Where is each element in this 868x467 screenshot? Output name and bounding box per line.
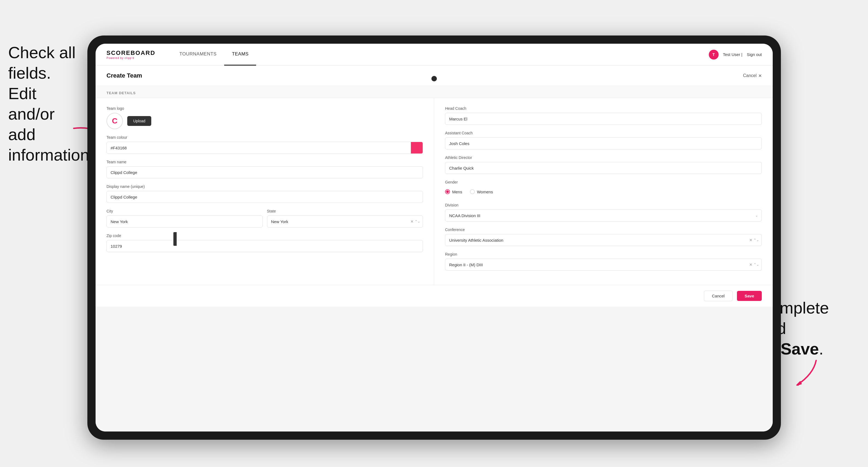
user-avatar: T [709,50,719,60]
nav-links: TOURNAMENTS TEAMS [172,44,709,66]
form-title: Create Team [106,72,142,79]
state-select-wrap: New York ✕ ⌃⌄ [267,216,423,227]
conference-select[interactable]: University Athletic Association [445,234,762,246]
gender-womens-radio[interactable] [470,189,475,194]
display-name-label: Display name (unique) [106,184,423,189]
division-field: Division NCAA Division III ⌄ [445,203,762,221]
nav-teams[interactable]: TEAMS [224,44,256,66]
city-field-group: City [106,209,263,227]
gender-mens-option[interactable]: Mens [445,189,462,194]
team-colour-input[interactable] [106,142,411,154]
team-name-input[interactable] [106,166,423,178]
head-coach-field: Head Coach [445,106,762,125]
region-select[interactable]: Region II - (M) DIII [445,259,762,271]
tablet-camera [431,76,437,82]
form-footer: Cancel Save [96,285,773,307]
athletic-director-field: Athletic Director [445,155,762,174]
gender-womens-option[interactable]: Womens [470,189,493,194]
save-button[interactable]: Save [737,291,762,301]
city-state-row: City State New York [106,209,423,227]
color-field-wrap [106,142,423,154]
conference-field: Conference University Athletic Associati… [445,227,762,246]
city-label: City [106,209,263,213]
region-field: Region Region II - (M) DIII ✕ ⌃⌄ [445,252,762,271]
main-content: Create Team Cancel ✕ TEAM DETAILS Team l… [96,66,773,432]
team-logo-field: Team logo C Upload [106,106,423,129]
division-select[interactable]: NCAA Division III [445,210,762,221]
assistant-coach-label: Assistant Coach [445,131,762,135]
sign-out-link[interactable]: Sign out [747,52,762,57]
annotation-left: Check all fields. Edit and/or add inform… [8,42,79,165]
tablet-frame: SCOREBOARD Powered by clipp'd TOURNAMENT… [87,35,781,440]
state-label: State [267,209,423,213]
division-label: Division [445,203,762,207]
assistant-coach-input[interactable] [445,137,762,149]
upload-button[interactable]: Upload [127,116,151,126]
nav-user-text: Test User | [723,52,742,57]
annotation-left-line1: Check all fields. [8,43,75,82]
logo-area: SCOREBOARD Powered by clipp'd [106,50,155,60]
app-logo-sub: Powered by clipp'd [106,57,155,60]
arrow-right-icon [775,358,819,392]
annotation-left-line2: Edit and/or add [8,84,55,144]
gender-womens-label: Womens [477,190,493,194]
gender-mens-label: Mens [452,190,462,194]
city-state-field: City State New York [106,209,423,227]
state-field-group: State New York ✕ ⌃⌄ [267,209,423,227]
zip-input[interactable] [106,240,423,252]
section-label: TEAM DETAILS [96,86,773,98]
gender-label: Gender [445,180,762,184]
athletic-director-input[interactable] [445,162,762,174]
gender-mens-radio[interactable] [445,189,450,194]
form-right-column: Head Coach Assistant Coach Athletic Dire… [434,98,773,285]
display-name-input[interactable] [106,191,423,203]
head-coach-label: Head Coach [445,106,762,111]
team-colour-label: Team colour [106,135,423,139]
zip-code-field: Zip code [106,234,423,252]
assistant-coach-field: Assistant Coach [445,131,762,149]
team-name-label: Team name [106,160,423,164]
form-cancel-header[interactable]: Cancel ✕ [743,73,762,79]
region-label: Region [445,252,762,256]
tablet-screen: SCOREBOARD Powered by clipp'd TOURNAMENT… [96,44,773,432]
region-select-wrap: Region II - (M) DIII ✕ ⌃⌄ [445,259,762,271]
state-select[interactable]: New York [267,216,423,227]
nav-tournaments[interactable]: TOURNAMENTS [172,44,224,66]
zip-label: Zip code [106,234,423,238]
cancel-button[interactable]: Cancel [704,290,733,301]
athletic-director-label: Athletic Director [445,155,762,160]
team-logo-label: Team logo [106,106,423,111]
annotation-left-line3: information. [8,146,94,164]
conference-select-wrap: University Athletic Association ✕ ⌃⌄ [445,234,762,246]
team-name-field: Team name [106,160,423,178]
city-input[interactable] [106,216,263,227]
logo-upload-area: C Upload [106,113,423,129]
gender-field: Gender Mens Womens [445,180,762,197]
tablet-side-button [174,232,177,246]
navbar: SCOREBOARD Powered by clipp'd TOURNAMENT… [96,44,773,66]
cancel-label: Cancel [743,73,756,78]
color-swatch[interactable] [411,142,423,154]
display-name-field: Display name (unique) [106,184,423,203]
team-colour-field: Team colour [106,135,423,154]
form-container: Create Team Cancel ✕ TEAM DETAILS Team l… [96,66,773,307]
division-select-wrap: NCAA Division III ⌄ [445,210,762,221]
close-icon: ✕ [758,73,762,79]
head-coach-input[interactable] [445,113,762,125]
app-logo: SCOREBOARD [106,50,155,57]
form-body: Team logo C Upload Team colour [96,98,773,285]
nav-right: T Test User | Sign out [709,50,762,60]
conference-label: Conference [445,227,762,232]
form-left-column: Team logo C Upload Team colour [96,98,434,285]
gender-radio-group: Mens Womens [445,187,762,197]
team-logo-circle: C [106,113,123,129]
